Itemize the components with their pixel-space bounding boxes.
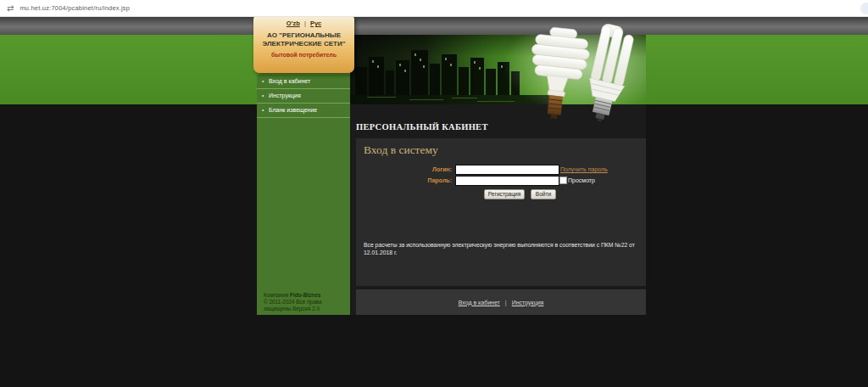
login-input[interactable] bbox=[455, 165, 559, 175]
sidebar-item-label: Инструкция bbox=[269, 93, 301, 98]
tab-switcher-icon[interactable]: ⇄ bbox=[7, 4, 14, 13]
enter-button[interactable]: Войти bbox=[531, 189, 556, 199]
sidebar-menu: • Вход в кабинет • Инструкция • Бланк из… bbox=[257, 75, 350, 118]
footer-link-instruction[interactable]: Инструкция bbox=[512, 300, 544, 306]
footer-panel: Вход в кабинет | Инструкция bbox=[356, 289, 646, 315]
register-button[interactable]: Регистрация bbox=[484, 189, 525, 199]
version-line: защищены.Версия 2.0 bbox=[264, 306, 347, 312]
show-password-label: Просмотр bbox=[568, 177, 595, 183]
url-text[interactable]: mu.het.uz:7004/pcabinet/ru/index.jsp bbox=[19, 4, 130, 12]
password-input[interactable] bbox=[455, 176, 559, 186]
get-password-link[interactable]: Получить пароль bbox=[560, 166, 608, 172]
page-title: ПЕРСОНАЛЬНЫЙ КАБИНЕТ bbox=[356, 122, 488, 132]
copyright-block: Компания Fido-Biznes © 2011-2024 Все пра… bbox=[264, 292, 347, 311]
sidebar-item-label: Бланк извещение bbox=[269, 107, 317, 113]
language-switcher: O'zb | Рус bbox=[253, 16, 354, 27]
header-green-band bbox=[0, 35, 868, 104]
show-password-checkbox[interactable] bbox=[559, 177, 567, 184]
bullet-icon: • bbox=[262, 104, 264, 117]
password-label: Пароль: bbox=[356, 177, 452, 183]
company-logo-card: O'zb | Рус АО "РЕГИОНАЛЬНЫЕ ЭЛЕКТРИЧЕСКИ… bbox=[253, 16, 354, 73]
bullet-icon: • bbox=[262, 75, 264, 88]
lang-russian-link[interactable]: Рус bbox=[310, 20, 321, 27]
footer-separator: | bbox=[505, 300, 507, 306]
company-tagline: бытовой потребитель bbox=[253, 52, 354, 58]
login-label: Логин: bbox=[356, 166, 452, 172]
login-panel: Вход в систему Логин: Получить пароль Па… bbox=[356, 138, 646, 286]
bullet-icon: • bbox=[262, 89, 264, 103]
sidebar-item-notice-form[interactable]: • Бланк извещение bbox=[257, 104, 350, 118]
browser-url-bar[interactable]: ⇄ mu.het.uz:7004/pcabinet/ru/index.jsp bbox=[0, 0, 868, 17]
lang-uzbek-link[interactable]: O'zb bbox=[287, 20, 300, 27]
sidebar-item-label: Вход в кабинет bbox=[269, 78, 310, 84]
lang-separator: | bbox=[304, 20, 306, 27]
sidebar-item-instruction[interactable]: • Инструкция bbox=[257, 89, 350, 104]
login-heading: Вход в систему bbox=[364, 143, 438, 157]
browser-edge-widget bbox=[860, 3, 868, 14]
vendor-name: Fido-Biznes bbox=[290, 292, 320, 298]
tariff-note: Все расчеты за использованную электричес… bbox=[364, 242, 640, 256]
footer-link-login[interactable]: Вход в кабинет bbox=[459, 300, 500, 306]
sidebar-item-login[interactable]: • Вход в кабинет bbox=[257, 75, 350, 89]
company-name: АО "РЕГИОНАЛЬНЫЕ ЭЛЕКТРИЧЕСКИЕ СЕТИ" bbox=[258, 31, 351, 48]
header-gray-band bbox=[0, 16, 868, 35]
copyright-line: © 2011-2024 Все права bbox=[264, 299, 347, 306]
company-credit: Компания Fido-Biznes bbox=[264, 292, 347, 299]
